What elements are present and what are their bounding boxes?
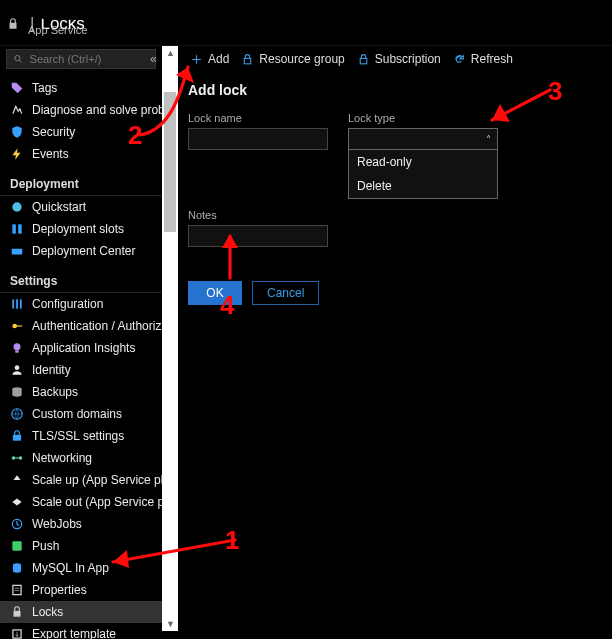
sidebar-item-security[interactable]: Security bbox=[0, 121, 162, 143]
subscription-button[interactable]: Subscription bbox=[357, 52, 441, 66]
sidebar-item-tags[interactable]: Tags bbox=[0, 77, 162, 99]
export-icon bbox=[10, 627, 24, 639]
sidebar-item-label: Application Insights bbox=[32, 341, 135, 355]
quickstart-icon bbox=[10, 200, 24, 214]
bolt-icon bbox=[10, 147, 24, 161]
lock-type-option-delete[interactable]: Delete bbox=[349, 174, 497, 198]
lock-type-dropdown: Read-only Delete bbox=[348, 150, 498, 199]
sidebar-item-push[interactable]: Push bbox=[0, 535, 162, 557]
identity-icon bbox=[10, 363, 24, 377]
sidebar-item-label: Scale out (App Service plan) bbox=[32, 495, 162, 509]
sidebar-item-locks[interactable]: Locks bbox=[0, 601, 162, 623]
collapse-sidebar-button[interactable]: « bbox=[150, 52, 157, 66]
svg-rect-10 bbox=[16, 325, 22, 326]
svg-point-13 bbox=[15, 365, 20, 370]
sidebar-item-label: MySQL In App bbox=[32, 561, 109, 575]
sidebar-item-properties[interactable]: Properties bbox=[0, 579, 162, 601]
deployment-center-icon bbox=[10, 244, 24, 258]
slots-icon bbox=[10, 222, 24, 236]
sidebar-item-tls-ssl[interactable]: TLS/SSL settings bbox=[0, 425, 162, 447]
lock-name-label: Lock name bbox=[188, 112, 328, 124]
sidebar-item-auth[interactable]: Authentication / Authorization bbox=[0, 315, 162, 337]
sidebar-item-deployment-center[interactable]: Deployment Center bbox=[0, 240, 162, 262]
svg-line-1 bbox=[20, 60, 22, 62]
sidebar-item-events[interactable]: Events bbox=[0, 143, 162, 165]
sidebar-item-diagnose[interactable]: Diagnose and solve problems bbox=[0, 99, 162, 121]
sidebar-item-deployment-slots[interactable]: Deployment slots bbox=[0, 218, 162, 240]
tls-icon bbox=[10, 429, 24, 443]
sidebar-item-backups[interactable]: Backups bbox=[0, 381, 162, 403]
shield-icon bbox=[10, 125, 24, 139]
sidebar-item-label: Tags bbox=[32, 81, 57, 95]
diagnose-icon bbox=[10, 103, 24, 117]
tag-icon bbox=[10, 81, 24, 95]
sidebar: Tags Diagnose and solve problems Securit… bbox=[0, 46, 162, 639]
sidebar-item-networking[interactable]: Networking bbox=[0, 447, 162, 469]
sidebar-item-configuration[interactable]: Configuration bbox=[0, 293, 162, 315]
scrollbar-thumb[interactable] bbox=[164, 92, 176, 232]
svg-point-18 bbox=[19, 456, 23, 460]
scale-out-icon bbox=[10, 495, 24, 509]
toolbar-label: Refresh bbox=[471, 52, 513, 66]
scroll-down-icon[interactable]: ▼ bbox=[166, 619, 175, 629]
sidebar-item-export-template[interactable]: Export template bbox=[0, 623, 162, 639]
toolbar-label: Resource group bbox=[259, 52, 344, 66]
svg-point-2 bbox=[12, 202, 21, 211]
notes-label: Notes bbox=[188, 209, 602, 221]
svg-point-9 bbox=[12, 324, 17, 329]
sidebar-search[interactable] bbox=[6, 49, 156, 69]
svg-point-0 bbox=[15, 55, 20, 60]
toolbar-label: Subscription bbox=[375, 52, 441, 66]
sidebar-item-label: Authentication / Authorization bbox=[32, 319, 162, 333]
sidebar-item-label: Push bbox=[32, 539, 59, 553]
search-icon bbox=[13, 53, 24, 65]
svg-rect-30 bbox=[245, 58, 252, 63]
sidebar-item-label: Diagnose and solve problems bbox=[32, 103, 162, 117]
svg-point-17 bbox=[12, 456, 16, 460]
svg-rect-16 bbox=[13, 435, 21, 441]
chevron-up-icon: ˄ bbox=[486, 134, 491, 145]
lock-type-option-readonly[interactable]: Read-only bbox=[349, 150, 497, 174]
lock-type-select[interactable]: ˄ bbox=[348, 128, 498, 150]
sidebar-item-label: WebJobs bbox=[32, 517, 82, 531]
lock-name-input[interactable] bbox=[188, 128, 328, 150]
scroll-up-icon[interactable]: ▲ bbox=[166, 48, 175, 58]
ok-button[interactable]: OK bbox=[188, 281, 242, 305]
push-icon bbox=[10, 539, 24, 553]
svg-rect-7 bbox=[16, 299, 18, 308]
notes-input[interactable] bbox=[188, 225, 328, 247]
sidebar-item-label: Export template bbox=[32, 627, 116, 639]
sidebar-item-scale-up[interactable]: Scale up (App Service plan) bbox=[0, 469, 162, 491]
sidebar-item-quickstart[interactable]: Quickstart bbox=[0, 196, 162, 218]
svg-rect-8 bbox=[20, 299, 22, 308]
lock-icon bbox=[241, 53, 254, 66]
cancel-button[interactable]: Cancel bbox=[252, 281, 319, 305]
sidebar-item-custom-domains[interactable]: Custom domains bbox=[0, 403, 162, 425]
webjobs-icon bbox=[10, 517, 24, 531]
sidebar-item-label: Custom domains bbox=[32, 407, 122, 421]
globe-icon bbox=[10, 407, 24, 421]
resource-type-label: App Service bbox=[28, 24, 87, 36]
svg-rect-5 bbox=[12, 249, 23, 255]
refresh-button[interactable]: Refresh bbox=[453, 52, 513, 66]
sidebar-item-label: Scale up (App Service plan) bbox=[32, 473, 162, 487]
search-input[interactable] bbox=[30, 53, 149, 65]
sidebar-item-label: Backups bbox=[32, 385, 78, 399]
resource-group-button[interactable]: Resource group bbox=[241, 52, 344, 66]
sidebar-item-webjobs[interactable]: WebJobs bbox=[0, 513, 162, 535]
vertical-scrollbar[interactable]: ▲ ▼ bbox=[162, 46, 178, 639]
bulb-icon bbox=[10, 341, 24, 355]
networking-icon bbox=[10, 451, 24, 465]
sidebar-item-label: Identity bbox=[32, 363, 71, 377]
svg-rect-23 bbox=[13, 585, 21, 594]
sidebar-item-insights[interactable]: Application Insights bbox=[0, 337, 162, 359]
configuration-icon bbox=[10, 297, 24, 311]
section-settings: Settings bbox=[0, 268, 162, 293]
properties-icon bbox=[10, 583, 24, 597]
add-button[interactable]: Add bbox=[190, 52, 229, 66]
sidebar-item-label: Configuration bbox=[32, 297, 103, 311]
sidebar-item-scale-out[interactable]: Scale out (App Service plan) bbox=[0, 491, 162, 513]
key-icon bbox=[10, 319, 24, 333]
sidebar-item-identity[interactable]: Identity bbox=[0, 359, 162, 381]
sidebar-item-mysql[interactable]: MySQL In App bbox=[0, 557, 162, 579]
